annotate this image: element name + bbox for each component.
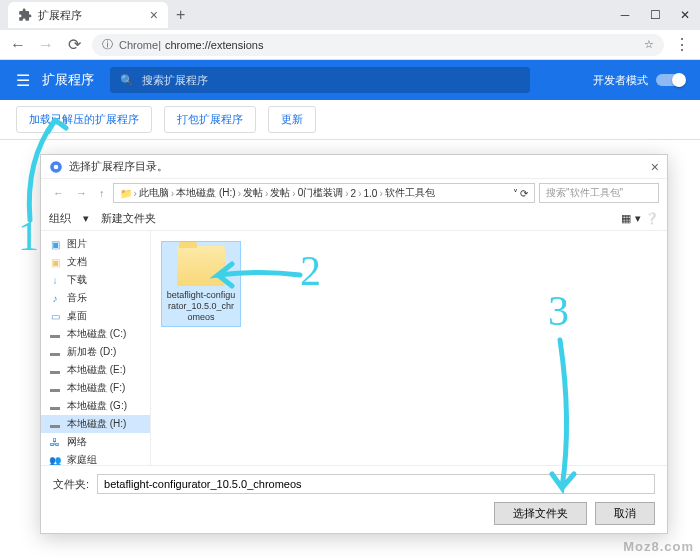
svg-point-1 <box>54 164 59 169</box>
nav-forward-icon[interactable]: → <box>72 187 91 199</box>
image-icon: ▣ <box>49 238 61 250</box>
view-mode-icon[interactable]: ▦ <box>621 212 631 225</box>
load-unpacked-button[interactable]: 加载已解压的扩展程序 <box>16 106 152 133</box>
help-icon[interactable]: ❔ <box>645 212 659 225</box>
toggle-switch[interactable] <box>656 74 684 86</box>
sidebar-item-disk-f[interactable]: ▬本地磁盘 (F:) <box>41 379 150 397</box>
disk-icon: ▬ <box>49 418 61 430</box>
music-icon: ♪ <box>49 292 61 304</box>
browser-titlebar: 扩展程序 × + ─ ☐ ✕ <box>0 0 700 30</box>
sidebar-item-disk-d[interactable]: ▬新加卷 (D:) <box>41 343 150 361</box>
url-bar[interactable]: ⓘ Chrome | chrome://extensions ☆ <box>92 34 664 56</box>
dev-mode-toggle[interactable]: 开发者模式 <box>593 73 684 88</box>
window-close[interactable]: ✕ <box>670 0 700 30</box>
sidebar-item-disk-e[interactable]: ▬本地磁盘 (E:) <box>41 361 150 379</box>
sidebar-item-homegroup[interactable]: 👥家庭组 <box>41 451 150 465</box>
download-icon: ↓ <box>49 274 61 286</box>
disk-icon: ▬ <box>49 400 61 412</box>
organize-button[interactable]: 组织 <box>49 211 71 226</box>
disk-icon: ▬ <box>49 364 61 376</box>
dialog-titlebar: 选择扩展程序目录。 × <box>41 155 667 179</box>
folder-icon <box>177 246 225 286</box>
menu-button[interactable]: ⋮ <box>672 35 692 55</box>
browser-tab[interactable]: 扩展程序 × <box>8 2 168 28</box>
new-tab-button[interactable]: + <box>176 6 185 24</box>
dialog-toolbar: 组织 ▾ 新建文件夹 ▦ ▾ ❔ <box>41 207 667 231</box>
extensions-actions: 加载已解压的扩展程序 打包扩展程序 更新 <box>0 100 700 140</box>
disk-icon: ▬ <box>49 382 61 394</box>
disk-icon: ▬ <box>49 328 61 340</box>
back-button[interactable]: ← <box>8 35 28 55</box>
search-icon: 🔍 <box>120 74 134 87</box>
disk-icon: ▬ <box>49 346 61 358</box>
url-text: chrome://extensions <box>165 39 263 51</box>
new-folder-button[interactable]: 新建文件夹 <box>101 211 156 226</box>
extensions-header: ☰ 扩展程序 🔍 搜索扩展程序 开发者模式 <box>0 60 700 100</box>
sidebar-item-downloads[interactable]: ↓下载 <box>41 271 150 289</box>
folder-icon: 📁 <box>120 188 132 199</box>
cancel-button[interactable]: 取消 <box>595 502 655 525</box>
window-maximize[interactable]: ☐ <box>640 0 670 30</box>
nav-back-icon[interactable]: ← <box>49 187 68 199</box>
sidebar-item-pictures[interactable]: ▣图片 <box>41 235 150 253</box>
network-icon: 🖧 <box>49 436 61 448</box>
window-minimize[interactable]: ─ <box>610 0 640 30</box>
browser-toolbar: ← → ⟳ ⓘ Chrome | chrome://extensions ☆ ⋮ <box>0 30 700 60</box>
sidebar-item-disk-c[interactable]: ▬本地磁盘 (C:) <box>41 325 150 343</box>
breadcrumb[interactable]: 📁 › 此电脑› 本地磁盘 (H:)› 发帖› 发帖› 0门槛装调› 2› 1.… <box>113 183 536 203</box>
sidebar-item-disk-g[interactable]: ▬本地磁盘 (G:) <box>41 397 150 415</box>
sidebar-item-music[interactable]: ♪音乐 <box>41 289 150 307</box>
nav-up-icon[interactable]: ↑ <box>95 187 109 199</box>
dialog-file-pane[interactable]: betaflight-configurator_10.5.0_chromeos <box>151 231 667 465</box>
dialog-search[interactable]: 搜索"软件工具包" <box>539 183 659 203</box>
extensions-search[interactable]: 🔍 搜索扩展程序 <box>110 67 530 93</box>
sidebar-item-desktop[interactable]: ▭桌面 <box>41 307 150 325</box>
folder-item[interactable]: betaflight-configurator_10.5.0_chromeos <box>161 241 241 327</box>
sidebar-item-disk-h[interactable]: ▬本地磁盘 (H:) <box>41 415 150 433</box>
refresh-icon[interactable]: ⟳ <box>520 188 528 199</box>
dialog-close-icon[interactable]: × <box>651 159 659 175</box>
dialog-nav: ← → ↑ 📁 › 此电脑› 本地磁盘 (H:)› 发帖› 发帖› 0门槛装调›… <box>41 179 667 207</box>
dialog-footer: 文件夹: 选择文件夹 取消 <box>41 465 667 533</box>
info-icon: ⓘ <box>102 37 113 52</box>
desktop-icon: ▭ <box>49 310 61 322</box>
folder-field-input[interactable] <box>97 474 655 494</box>
chevron-down-icon[interactable]: ˅ <box>513 188 518 199</box>
select-folder-button[interactable]: 选择文件夹 <box>494 502 587 525</box>
tab-title: 扩展程序 <box>38 8 82 23</box>
page-title: 扩展程序 <box>42 71 94 89</box>
dialog-sidebar: ▣图片 ▣文档 ↓下载 ♪音乐 ▭桌面 ▬本地磁盘 (C:) ▬新加卷 (D:)… <box>41 231 151 465</box>
update-button[interactable]: 更新 <box>268 106 316 133</box>
chrome-icon <box>49 160 63 174</box>
pack-extension-button[interactable]: 打包扩展程序 <box>164 106 256 133</box>
close-tab-icon[interactable]: × <box>150 7 158 23</box>
sidebar-item-network[interactable]: 🖧网络 <box>41 433 150 451</box>
sidebar-item-documents[interactable]: ▣文档 <box>41 253 150 271</box>
folder-dialog: 选择扩展程序目录。 × ← → ↑ 📁 › 此电脑› 本地磁盘 (H:)› 发帖… <box>40 154 668 534</box>
forward-button[interactable]: → <box>36 35 56 55</box>
folder-field-label: 文件夹: <box>53 477 89 492</box>
watermark: Moz8.com <box>623 539 694 554</box>
folder-icon: ▣ <box>49 256 61 268</box>
reload-button[interactable]: ⟳ <box>64 35 84 55</box>
hamburger-icon[interactable]: ☰ <box>16 71 30 90</box>
bookmark-icon[interactable]: ☆ <box>644 38 654 51</box>
puzzle-icon <box>18 8 32 22</box>
home-icon: 👥 <box>49 454 61 465</box>
